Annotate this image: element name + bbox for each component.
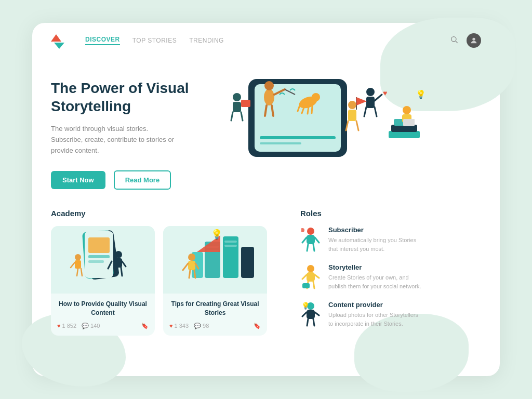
subscriber-desc: We automatically bring you Stories that … bbox=[328, 236, 422, 253]
content-provider-text: Content provider Upload photos for other… bbox=[328, 301, 422, 328]
svg-text:💡: 💡 bbox=[211, 229, 223, 240]
svg-point-7 bbox=[264, 89, 274, 105]
svg-line-57 bbox=[71, 262, 75, 268]
story-card-2-meta: ♥ 1 343 💬 98 🔖 bbox=[169, 323, 261, 329]
content-provider-desc: Upload photos for other Storytellers to … bbox=[328, 311, 422, 328]
svg-rect-6 bbox=[260, 142, 301, 144]
svg-rect-5 bbox=[260, 136, 336, 139]
svg-rect-38 bbox=[348, 110, 356, 121]
svg-line-94 bbox=[307, 319, 308, 326]
svg-line-53 bbox=[115, 268, 116, 276]
svg-point-8 bbox=[264, 81, 274, 90]
storyteller-name: Storyteller bbox=[328, 263, 422, 271]
storyteller-text: Storyteller Create Stories of your own, … bbox=[328, 263, 422, 290]
svg-point-14 bbox=[312, 93, 320, 101]
content-section: Academy bbox=[32, 209, 500, 357]
svg-rect-50 bbox=[115, 258, 122, 268]
svg-rect-66 bbox=[224, 241, 237, 243]
svg-point-55 bbox=[75, 254, 81, 260]
roles-title: Roles bbox=[300, 209, 481, 218]
svg-rect-48 bbox=[88, 260, 104, 263]
read-more-button[interactable]: Read More bbox=[114, 170, 171, 190]
svg-line-85 bbox=[302, 275, 307, 279]
search-icon[interactable] bbox=[450, 35, 458, 46]
svg-line-74 bbox=[194, 270, 195, 278]
svg-line-23 bbox=[241, 112, 243, 121]
svg-rect-30 bbox=[389, 131, 420, 138]
nav-trending[interactable]: TRENDING bbox=[189, 37, 224, 44]
svg-line-93 bbox=[315, 312, 319, 315]
bookmark-icon-2[interactable]: 🔖 bbox=[254, 323, 261, 329]
svg-line-88 bbox=[313, 282, 314, 288]
content-provider-name: Content provider bbox=[328, 301, 422, 309]
svg-point-83 bbox=[307, 265, 314, 272]
svg-line-86 bbox=[315, 275, 319, 278]
svg-line-29 bbox=[375, 107, 377, 116]
svg-line-80 bbox=[307, 244, 308, 251]
svg-point-82 bbox=[301, 228, 304, 232]
svg-rect-77 bbox=[307, 235, 315, 244]
svg-point-2 bbox=[472, 38, 475, 41]
story-card-1-body: How to Provide Quality Visual Content ♥ … bbox=[51, 294, 155, 336]
subscriber-icon bbox=[300, 226, 321, 252]
story-card-1-image bbox=[51, 226, 155, 294]
academy-title: Academy bbox=[51, 209, 280, 218]
svg-rect-20 bbox=[233, 102, 241, 112]
story-card-2[interactable]: 💡 Tips for Creating Great Visual Stories… bbox=[163, 226, 267, 336]
academy-section: Academy bbox=[51, 209, 280, 338]
hero-title: The Power of Visual Storytelling bbox=[51, 79, 217, 115]
nav-links: DISCOVER TOP STORIES TRENDING bbox=[85, 36, 224, 45]
svg-line-22 bbox=[231, 112, 233, 121]
svg-text:💡: 💡 bbox=[416, 89, 426, 99]
start-now-button[interactable]: Start Now bbox=[51, 171, 105, 189]
story-card-2-title: Tips for Creating Great Visual Stories bbox=[169, 300, 261, 317]
story-card-1[interactable]: How to Provide Quality Visual Content ♥ … bbox=[51, 226, 155, 336]
role-subscriber: Subscriber We automatically bring you St… bbox=[300, 226, 481, 253]
story-card-1-title: How to Provide Quality Visual Content bbox=[57, 300, 149, 317]
role-content-provider: 💡 Content provider Upload photos for oth… bbox=[300, 301, 481, 328]
svg-point-33 bbox=[403, 106, 411, 114]
svg-line-26 bbox=[375, 95, 382, 101]
avatar[interactable] bbox=[467, 33, 481, 48]
nav-right bbox=[450, 33, 481, 48]
svg-line-95 bbox=[313, 319, 314, 326]
svg-rect-46 bbox=[88, 237, 110, 253]
cards-grid: How to Provide Quality Visual Content ♥ … bbox=[51, 226, 280, 336]
svg-line-1 bbox=[456, 41, 458, 43]
heart-icon-2: ♥ bbox=[169, 323, 173, 329]
hero-svg: ♥ bbox=[217, 69, 477, 193]
hero-illustration: ♥ bbox=[217, 69, 477, 193]
comment-icon: 💬 bbox=[82, 323, 89, 329]
svg-point-69 bbox=[188, 254, 195, 261]
svg-text:💡: 💡 bbox=[301, 301, 310, 310]
svg-point-49 bbox=[115, 251, 122, 258]
svg-point-37 bbox=[348, 101, 356, 109]
svg-line-17 bbox=[308, 107, 309, 114]
nav-top-stories[interactable]: TOP STORIES bbox=[132, 37, 177, 44]
roles-section: Roles bbox=[300, 209, 481, 338]
heart-icon: ♥ bbox=[57, 323, 61, 329]
svg-rect-62 bbox=[241, 247, 254, 278]
svg-line-54 bbox=[121, 268, 122, 276]
logo[interactable] bbox=[51, 34, 65, 47]
comment-count-2: 💬 98 bbox=[194, 323, 209, 329]
svg-rect-91 bbox=[307, 310, 315, 319]
logo-triangle-top bbox=[51, 34, 61, 42]
svg-line-78 bbox=[302, 237, 307, 243]
svg-rect-25 bbox=[366, 97, 375, 108]
svg-marker-40 bbox=[356, 97, 367, 105]
svg-point-0 bbox=[451, 37, 456, 42]
svg-rect-56 bbox=[75, 260, 81, 269]
nav-discover[interactable]: DISCOVER bbox=[85, 36, 120, 45]
bookmark-icon-1[interactable]: 🔖 bbox=[141, 323, 149, 329]
svg-rect-67 bbox=[224, 245, 237, 247]
app-card: DISCOVER TOP STORIES TRENDING bbox=[32, 23, 500, 376]
svg-point-19 bbox=[233, 93, 241, 101]
svg-point-24 bbox=[366, 88, 375, 96]
subscriber-name: Subscriber bbox=[328, 226, 422, 234]
hero-text: The Power of Visual Storytelling The wor… bbox=[51, 69, 217, 193]
svg-line-59 bbox=[81, 269, 82, 276]
story-card-1-meta: ♥ 1 852 💬 140 🔖 bbox=[57, 323, 149, 329]
like-count-1: ♥ 1 852 bbox=[57, 323, 76, 329]
comment-icon-2: 💬 bbox=[194, 323, 201, 329]
